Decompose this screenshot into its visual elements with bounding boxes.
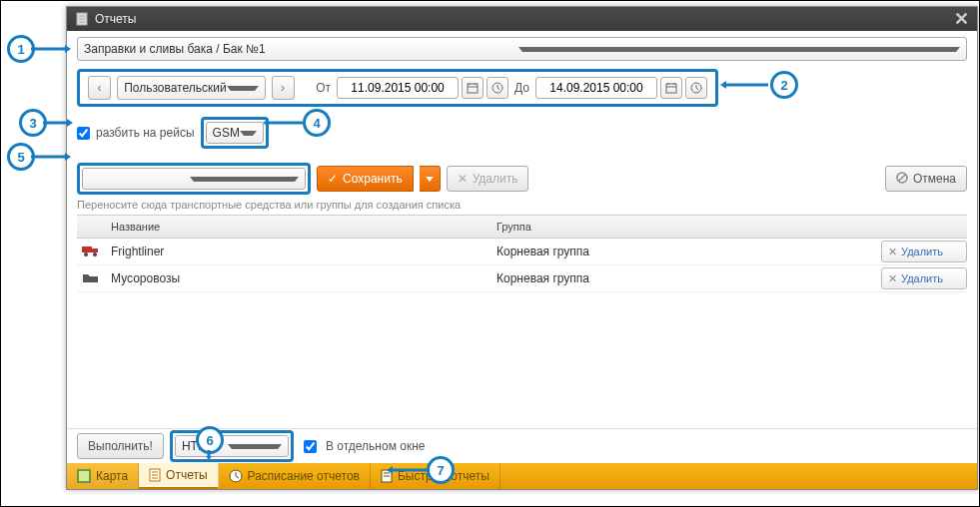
output-format-select[interactable]: HTML [175,435,289,457]
clock-icon [491,82,503,94]
save-button[interactable]: ✓ Сохранить [317,166,414,192]
chevron-down-icon [518,47,961,52]
svg-line-10 [497,88,499,90]
next-period-button[interactable]: › [272,76,295,100]
table-row: Мусоровозы Корневая группа ✕Удалить [77,265,967,292]
row-delete-button[interactable]: ✕Удалить [881,267,967,289]
x-icon: ✕ [888,246,897,258]
col-group-header: Группа [490,221,881,233]
cancel-icon [896,172,908,187]
gsm-select[interactable]: GSM [206,122,264,144]
table-header: Название Группа [77,215,967,239]
from-label: От [316,81,331,95]
folder-icon [81,270,101,287]
table-row: Frightliner Корневая группа ✕Удалить [77,239,967,265]
reports-window: Отчеты ✕ Заправки и сливы бака / Бак №1 … [66,6,978,490]
date-range-panel: ‹ Пользовательский › От До [77,69,718,107]
split-trips-label: разбить на рейсы [96,126,195,140]
close-button[interactable]: ✕ [954,10,969,28]
prev-period-button[interactable]: ‹ [88,76,111,100]
row-name: Frightliner [105,245,490,258]
clock-from-button[interactable] [487,77,508,99]
svg-point-22 [84,253,88,256]
row-delete-button[interactable]: ✕Удалить [881,241,967,262]
delete-list-button[interactable]: ✕ Удалить [447,166,529,192]
clock-to-button[interactable] [685,77,707,99]
svg-rect-11 [666,84,676,93]
gsm-label: GSM [213,126,240,140]
period-preset-select[interactable]: Пользовательский [117,76,265,100]
tab-reports[interactable]: Отчеты [139,463,218,489]
tab-schedule-label: Расписание отчетов [248,469,360,483]
cancel-button[interactable]: Отмена [885,166,967,192]
doc-icon [381,469,393,483]
cancel-label: Отмена [913,172,956,186]
report-selector-label: Заправки и сливы бака / Бак №1 [84,42,518,56]
execute-button[interactable]: Выполнить! [77,433,164,459]
period-preset-label: Пользовательский [124,81,227,95]
svg-point-23 [93,253,97,256]
row-delete-label: Удалить [901,246,943,257]
calendar-icon [467,82,479,94]
execute-label: Выполнить! [88,439,153,453]
chevron-down-icon [228,444,282,449]
save-label: Сохранить [343,172,403,186]
new-window-label: В отдельном окне [326,439,426,453]
list-select[interactable] [82,168,306,190]
tab-map[interactable]: Карта [67,463,139,489]
split-trips-checkbox[interactable] [77,127,90,140]
chevron-down-icon [227,86,259,91]
report-selector[interactable]: Заправки и сливы бака / Бак №1 [77,37,967,61]
date-to-input[interactable] [535,77,657,99]
doc-icon [75,12,89,26]
annotation-3: 3 [19,109,47,137]
col-name-header: Название [105,221,490,233]
bottom-tabs: Карта Отчеты Расписание отчетов Быстрые … [67,463,977,489]
clock-icon [690,82,702,94]
svg-rect-25 [79,471,89,481]
x-icon: ✕ [458,172,468,186]
to-label: До [514,81,529,95]
row-group: Корневая группа [490,271,881,285]
annotation-1: 1 [7,35,35,63]
svg-rect-21 [92,249,98,253]
window-title: Отчеты [95,12,954,26]
row-group: Корневая группа [490,245,881,258]
new-window-checkbox[interactable] [304,440,317,453]
clock-icon [229,469,243,483]
svg-line-19 [899,175,905,181]
check-icon: ✓ [328,172,338,186]
truck-icon [81,244,101,260]
row-delete-label: Удалить [901,272,943,284]
svg-rect-20 [82,247,92,253]
delete-list-label: Удалить [473,172,518,186]
tab-reports-label: Отчеты [166,468,207,482]
chevron-down-icon [240,131,257,136]
tab-quick-label: Быстрые отчеты [398,469,490,483]
x-icon: ✕ [888,272,897,285]
tab-quick[interactable]: Быстрые отчеты [371,463,500,489]
tab-map-label: Карта [96,469,128,483]
vehicles-table: Название Группа Frightliner Корневая гру… [77,215,967,292]
doc-icon [149,468,161,482]
calendar-icon [665,82,677,94]
tab-schedule[interactable]: Расписание отчетов [219,463,371,489]
annotation-5: 5 [7,143,35,171]
row-name: Мусоровозы [105,271,490,285]
map-icon [77,469,91,483]
output-format-label: HTML [182,439,228,453]
bottom-bar: Выполнить! HTML В отдельном окне [67,428,977,463]
calendar-from-button[interactable] [462,77,484,99]
save-dropdown-button[interactable] [420,166,441,192]
svg-line-17 [696,88,698,90]
drop-hint: Переносите сюда транспортные средства ил… [77,199,967,211]
titlebar: Отчеты ✕ [67,7,977,31]
chevron-down-icon [190,177,299,182]
date-from-input[interactable] [337,77,459,99]
svg-rect-4 [468,84,478,93]
calendar-to-button[interactable] [660,77,682,99]
chevron-down-icon [426,177,434,182]
